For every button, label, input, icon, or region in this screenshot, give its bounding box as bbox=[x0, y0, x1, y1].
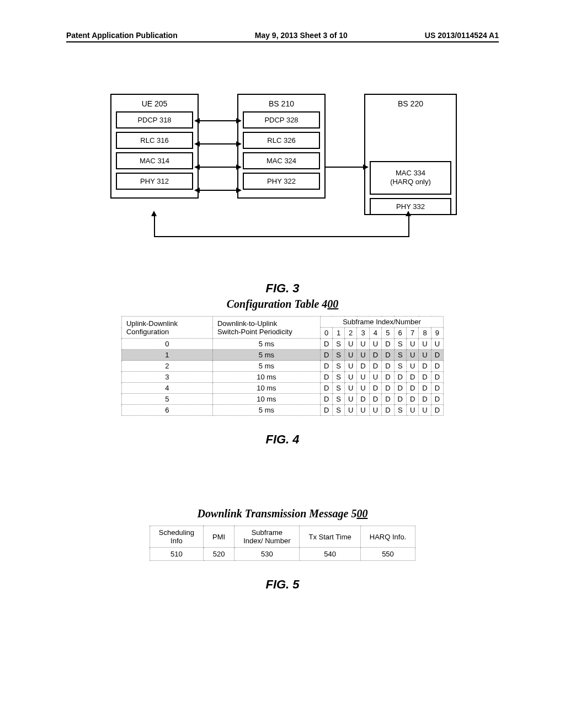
bs220-mac: MAC 334 (HARQ only) bbox=[370, 161, 451, 195]
fig4-title-num: 00 bbox=[327, 298, 338, 310]
cell-subframe: D bbox=[394, 394, 406, 405]
cell-cfg: 6 bbox=[121, 405, 212, 416]
cell-subframe: S bbox=[333, 361, 345, 372]
table-header-cfg: Uplink-Downlink Configuration bbox=[121, 317, 212, 339]
cell-subframe: D bbox=[431, 361, 443, 372]
cell-periodicity: 10 ms bbox=[212, 372, 320, 383]
table-row: 05 msDSUUUDSUUU bbox=[121, 339, 443, 350]
cell-subframe: U bbox=[369, 405, 381, 416]
table-row: 15 msDSUUDDSUUD bbox=[121, 350, 443, 361]
cell-subframe: D bbox=[406, 394, 418, 405]
cell-cfg: 3 bbox=[121, 372, 212, 383]
arrow-head-up-icon bbox=[151, 211, 157, 216]
table-header-subidx: 0 bbox=[320, 328, 332, 339]
table-cell: 510 bbox=[150, 548, 203, 561]
cell-subframe: U bbox=[357, 350, 369, 361]
table-header-subidx: 8 bbox=[419, 328, 431, 339]
cell-subframe: D bbox=[382, 339, 394, 350]
cell-subframe: D bbox=[431, 350, 443, 361]
cell-subframe: D bbox=[320, 339, 332, 350]
cell-subframe: U bbox=[406, 350, 418, 361]
cell-subframe: D bbox=[394, 372, 406, 383]
cell-subframe: U bbox=[406, 339, 418, 350]
table-header-subidx: 7 bbox=[406, 328, 418, 339]
cell-subframe: D bbox=[369, 361, 381, 372]
fig3-diagram: UE 205 PDCP 318 RLC 316 MAC 314 PHY 312 … bbox=[110, 94, 463, 265]
arrow-head-right-icon bbox=[363, 164, 369, 170]
header-left: Patent Application Publication bbox=[66, 31, 178, 40]
fig5-title: Downlink Transmission Message 500 bbox=[0, 507, 565, 520]
cell-periodicity: 5 ms bbox=[212, 361, 320, 372]
cell-subframe: S bbox=[394, 350, 406, 361]
cell-subframe: D bbox=[382, 405, 394, 416]
arrow-head-left-icon bbox=[194, 118, 200, 124]
cell-subframe: D bbox=[369, 394, 381, 405]
cell-subframe: U bbox=[344, 394, 356, 405]
cell-subframe: D bbox=[320, 361, 332, 372]
cell-subframe: D bbox=[419, 372, 431, 383]
cell-subframe: D bbox=[382, 394, 394, 405]
table-header-subidx: 5 bbox=[382, 328, 394, 339]
cell-subframe: D bbox=[419, 394, 431, 405]
table-header-subidx: 4 bbox=[369, 328, 381, 339]
bs210-phy: PHY 322 bbox=[243, 173, 320, 190]
table-row: 410 msDSUUDDDDDD bbox=[121, 383, 443, 394]
cell-subframe: U bbox=[419, 350, 431, 361]
table-cell: 520 bbox=[204, 548, 234, 561]
cell-subframe: U bbox=[344, 339, 356, 350]
fig5-title-num: 00 bbox=[356, 507, 367, 520]
table-header-subidx: 3 bbox=[357, 328, 369, 339]
ue-mac: MAC 314 bbox=[116, 152, 193, 169]
arrow-head-right-icon bbox=[236, 141, 242, 147]
cell-subframe: U bbox=[344, 405, 356, 416]
cell-subframe: D bbox=[369, 383, 381, 394]
cell-subframe: D bbox=[369, 350, 381, 361]
cell-subframe: U bbox=[406, 361, 418, 372]
cell-subframe: U bbox=[419, 405, 431, 416]
ue-phy: PHY 312 bbox=[116, 173, 193, 190]
cell-subframe: D bbox=[419, 383, 431, 394]
fig3-label: FIG. 3 bbox=[0, 281, 565, 296]
cell-subframe: U bbox=[369, 339, 381, 350]
ue-pdcp: PDCP 318 bbox=[116, 111, 193, 129]
cell-subframe: D bbox=[320, 350, 332, 361]
cell-subframe: U bbox=[357, 339, 369, 350]
cell-subframe: D bbox=[382, 383, 394, 394]
cell-periodicity: 5 ms bbox=[212, 350, 320, 361]
cell-periodicity: 5 ms bbox=[212, 339, 320, 350]
cell-subframe: D bbox=[320, 383, 332, 394]
cell-subframe: D bbox=[357, 394, 369, 405]
cell-periodicity: 10 ms bbox=[212, 383, 320, 394]
cell-subframe: S bbox=[333, 405, 345, 416]
bs220-stack: BS 220 MAC 334 (HARQ only) PHY 332 bbox=[364, 94, 457, 215]
table-header-subidx: 1 bbox=[333, 328, 345, 339]
cell-subframe: S bbox=[333, 394, 345, 405]
bs210-title: BS 210 bbox=[243, 99, 320, 108]
cell-subframe: D bbox=[382, 372, 394, 383]
cell-subframe: U bbox=[419, 339, 431, 350]
cell-subframe: S bbox=[333, 372, 345, 383]
cell-subframe: U bbox=[344, 372, 356, 383]
cell-cfg: 5 bbox=[121, 394, 212, 405]
table-header-subidx: 9 bbox=[431, 328, 443, 339]
cell-subframe: U bbox=[344, 350, 356, 361]
table-header: HARQ Info. bbox=[360, 526, 415, 548]
table-row: 510 msDSUDDDDDDD bbox=[121, 394, 443, 405]
cell-cfg: 1 bbox=[121, 350, 212, 361]
arrow-head-right-icon bbox=[236, 164, 242, 170]
cell-subframe: U bbox=[344, 383, 356, 394]
arrow-ue-bs210-rlc bbox=[199, 143, 237, 144]
table-header-periodicity: Downlink-to-Uplink Switch-Point Periodic… bbox=[212, 317, 320, 339]
fig4-title-pre: Configuration Table 4 bbox=[227, 298, 328, 310]
dl-message-table: Scheduling InfoPMISubframe Index/ Number… bbox=[150, 526, 415, 561]
table-cell: 530 bbox=[234, 548, 300, 561]
connector-vline-bs220 bbox=[408, 215, 409, 237]
page-header: Patent Application Publication May 9, 20… bbox=[66, 31, 499, 42]
cell-subframe: S bbox=[333, 339, 345, 350]
arrow-head-up-icon bbox=[406, 211, 411, 216]
cell-subframe: D bbox=[431, 372, 443, 383]
arrow-head-left-icon bbox=[194, 141, 200, 147]
connector-hline bbox=[154, 236, 409, 237]
arrow-head-right-icon bbox=[236, 188, 242, 193]
cell-cfg: 0 bbox=[121, 339, 212, 350]
